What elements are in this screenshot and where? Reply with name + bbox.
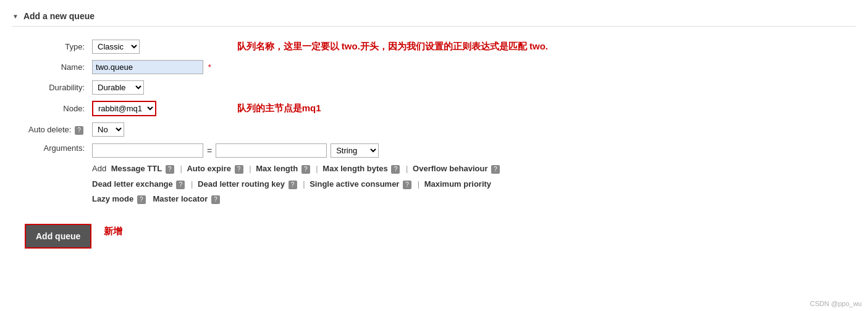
sep4: | xyxy=(406,164,408,173)
durability-select[interactable]: Durable Transient xyxy=(92,80,144,95)
type-row: Type: Classic Quorum 队列名称，这里一定要以 two.开头，… xyxy=(25,36,552,57)
equals-sign: = xyxy=(207,146,212,156)
auto-delete-cell: No Yes xyxy=(88,119,215,140)
name-label: Name: xyxy=(25,57,88,77)
max-length-help-icon[interactable]: ? xyxy=(301,165,310,174)
sep2: | xyxy=(249,164,251,173)
node-select[interactable]: rabbit@mq1 rabbit@mq2 rabbit@mq3 xyxy=(93,102,155,115)
bottom-row: Add queue 新增 xyxy=(12,214,856,249)
sep6: | xyxy=(303,179,305,189)
arg-link-maximum-priority[interactable]: Maximum priority xyxy=(424,179,491,189)
lazy-mode-help-icon[interactable]: ? xyxy=(137,195,146,204)
arguments-cell: = String Number Boolean Add Message TTL … xyxy=(88,140,552,210)
master-locator-help-icon[interactable]: ? xyxy=(211,195,220,204)
name-annotation: 队列名称，这里一定要以 two.开头，因为我们设置的正则表达式是匹配 two. xyxy=(237,41,548,51)
type-label: Type: xyxy=(25,36,88,57)
durability-cell: Durable Transient xyxy=(88,77,215,98)
sep1: | xyxy=(180,164,182,173)
single-active-consumer-help-icon[interactable]: ? xyxy=(403,181,411,189)
durability-row: Durability: Durable Transient xyxy=(25,77,552,98)
args-inputs: = String Number Boolean xyxy=(92,143,548,158)
node-annotation: 队列的主节点是mq1 xyxy=(237,103,321,113)
auto-delete-label-text: Auto delete: xyxy=(28,125,71,134)
dead-letter-exchange-help-icon[interactable]: ? xyxy=(176,181,185,189)
arg-link-single-active-consumer[interactable]: Single active consumer xyxy=(310,179,399,189)
node-annotation-cell: 队列的主节点是mq1 xyxy=(215,98,552,119)
overflow-behaviour-help-icon[interactable]: ? xyxy=(491,165,500,174)
name-input[interactable] xyxy=(92,60,203,74)
sep3: | xyxy=(316,164,318,173)
node-cell: rabbit@mq1 rabbit@mq2 rabbit@mq3 xyxy=(88,98,215,119)
arg-link-master-locator[interactable]: Master locator xyxy=(153,194,208,203)
add-label: Add xyxy=(92,164,106,173)
type-select[interactable]: Classic Quorum xyxy=(92,40,140,54)
message-ttl-help-icon[interactable]: ? xyxy=(166,165,174,174)
name-cell: * xyxy=(88,57,215,77)
auto-delete-help-icon[interactable]: ? xyxy=(75,126,83,135)
arg-link-lazy-mode[interactable]: Lazy mode xyxy=(92,194,133,203)
args-val-input[interactable] xyxy=(216,143,327,158)
form-table: Type: Classic Quorum 队列名称，这里一定要以 two.开头，… xyxy=(25,36,552,210)
arg-link-auto-expire[interactable]: Auto expire xyxy=(187,164,231,173)
node-row: Node: rabbit@mq1 rabbit@mq2 rabbit@mq3 队… xyxy=(25,98,552,119)
arg-link-overflow-behaviour[interactable]: Overflow behaviour xyxy=(413,164,487,173)
durability-label: Durability: xyxy=(25,77,88,98)
node-label: Node: xyxy=(25,98,88,119)
auto-expire-help-icon[interactable]: ? xyxy=(235,165,243,174)
collapse-icon[interactable]: ▼ xyxy=(12,13,19,20)
sep7: | xyxy=(418,179,419,189)
add-links-container: Add Message TTL ? | Auto expire ? | Max … xyxy=(92,161,548,207)
arguments-label: Arguments: xyxy=(25,140,88,210)
auto-delete-row: Auto delete: ? No Yes xyxy=(25,119,552,140)
add-queue-button[interactable]: Add queue xyxy=(25,224,91,249)
section-header: ▼ Add a new queue xyxy=(12,6,856,27)
csdn-watermark: CSDN @ppo_wu xyxy=(810,300,862,307)
args-key-input[interactable] xyxy=(92,143,203,158)
sep5: | xyxy=(191,179,193,189)
max-length-bytes-help-icon[interactable]: ? xyxy=(391,165,400,174)
dead-letter-routing-key-help-icon[interactable]: ? xyxy=(289,181,297,189)
auto-delete-label: Auto delete: ? xyxy=(25,119,88,140)
type-cell: Classic Quorum xyxy=(88,36,215,57)
arg-link-max-length[interactable]: Max length xyxy=(256,164,298,173)
name-row: Name: * xyxy=(25,57,552,77)
arg-link-message-ttl[interactable]: Message TTL xyxy=(111,164,162,173)
required-star: * xyxy=(208,62,211,72)
arg-link-max-length-bytes[interactable]: Max length bytes xyxy=(322,164,387,173)
new-label: 新增 xyxy=(104,226,122,237)
section-title: Add a new queue xyxy=(23,11,95,21)
args-type-select[interactable]: String Number Boolean xyxy=(331,143,379,158)
auto-delete-select[interactable]: No Yes xyxy=(92,122,124,137)
name-annotation-cell: 队列名称，这里一定要以 two.开头，因为我们设置的正则表达式是匹配 two. xyxy=(215,36,552,57)
node-select-wrapper: rabbit@mq1 rabbit@mq2 rabbit@mq3 xyxy=(92,101,156,116)
main-container: ▼ Add a new queue Type: Classic Quorum 队… xyxy=(0,0,868,255)
arg-link-dead-letter-exchange[interactable]: Dead letter exchange xyxy=(92,179,173,189)
arg-link-dead-letter-routing-key[interactable]: Dead letter routing key xyxy=(198,179,285,189)
arguments-row: Arguments: = String Number Boolean Add M… xyxy=(25,140,552,210)
